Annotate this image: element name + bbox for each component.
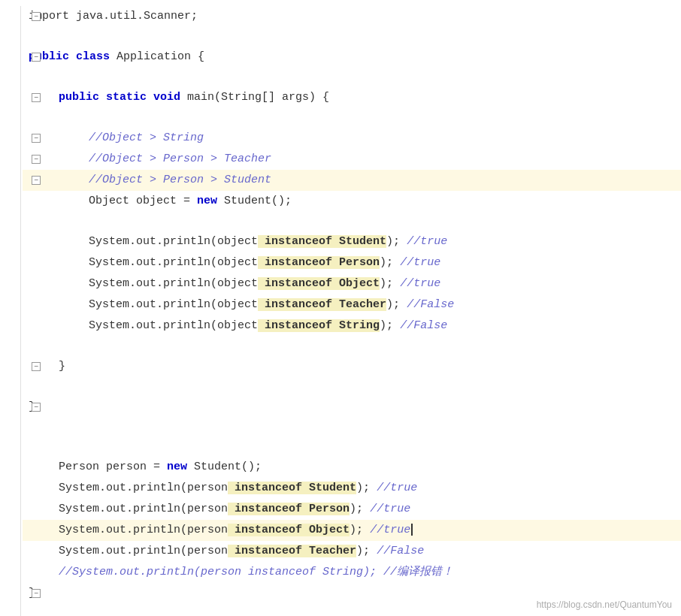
line-content: public static void main(String[] args) { [23, 88, 329, 107]
line-content: Person person = new Student(); [23, 457, 262, 477]
token-plain: .println( [126, 545, 187, 557]
highlight-var: person [187, 524, 228, 536]
code-line: −//Object > String [23, 128, 681, 149]
code-line [23, 377, 681, 397]
token-plain: .println( [126, 482, 187, 494]
line-content: System.out.println(person instanceof Per… [23, 500, 410, 519]
token-comment: //true [407, 235, 447, 248]
highlight-type: Student [339, 235, 386, 248]
gutter-icon [23, 191, 44, 212]
token-plain: out [106, 545, 126, 557]
token-plain: out [136, 298, 156, 311]
code-line [23, 212, 681, 231]
line-content: import java.util.Scanner; [23, 7, 198, 26]
token-plain: out [136, 319, 156, 332]
token-plain: } [59, 360, 65, 373]
gutter-icon: − [23, 128, 44, 149]
gutter-icon [23, 437, 44, 457]
line-content: System.out.println(object instanceof Stu… [23, 232, 447, 252]
gutter-icon: − [23, 6, 44, 27]
token-plain: ); [350, 524, 370, 536]
gutter-icon [23, 108, 44, 128]
code-line: −public class Application { [23, 47, 681, 68]
code-line: System.out.println(person instanceof Stu… [23, 478, 681, 499]
token-plain: ); [386, 235, 407, 248]
fold-minus-icon[interactable]: − [32, 176, 41, 185]
token-plain: ); [350, 503, 370, 515]
line-content: Object object = new Student(); [23, 192, 292, 211]
gutter-icon [23, 316, 44, 337]
token-plain: .println( [126, 503, 187, 515]
fold-minus-icon[interactable]: − [32, 403, 41, 412]
instanceof-keyword: instanceof [258, 298, 339, 311]
gutter-icon [23, 337, 44, 356]
highlight-type: Teacher [339, 298, 386, 311]
fold-minus-icon[interactable]: − [32, 53, 41, 62]
gutter-icon [23, 68, 44, 87]
code-line: System.out.println(person instanceof Per… [23, 499, 681, 520]
code-line [23, 437, 681, 457]
fold-minus-icon[interactable]: − [32, 589, 41, 598]
token-plain: ); [380, 277, 400, 290]
token-comment: //true [370, 503, 410, 515]
token-comment: //true [400, 256, 440, 269]
instanceof-keyword: instanceof [258, 277, 339, 290]
token-plain: out [136, 277, 156, 290]
token-plain: Student(); [187, 460, 262, 473]
instanceof-keyword: instanceof [228, 545, 309, 557]
line-content: System.out.println(person instanceof Stu… [23, 479, 417, 498]
line-content: //System.out.println(person instanceof S… [23, 563, 453, 582]
gutter-icon: − [23, 149, 44, 170]
code-line: System.out.println(object instanceof Str… [23, 316, 681, 337]
gutter-icon [23, 499, 44, 520]
code-line [23, 68, 681, 87]
code-line: Object object = new Student(); [23, 191, 681, 212]
token-plain: .println( [156, 298, 217, 311]
code-line: System.out.println(person instanceof Tea… [23, 541, 681, 562]
token-plain: Application { [110, 50, 204, 63]
token-plain: System. [59, 503, 106, 515]
token-plain: .println( [156, 256, 217, 269]
token-comment: //true [370, 524, 410, 536]
gutter-icon [23, 604, 44, 616]
gutter-icon: − [23, 356, 44, 377]
fold-minus-icon[interactable]: − [32, 134, 41, 143]
token-plain: .println( [126, 524, 187, 536]
gutter-icon [23, 377, 44, 397]
instanceof-keyword: instanceof [258, 256, 339, 269]
token-comment: //System.out.println(person instanceof S… [59, 566, 453, 578]
fold-minus-icon[interactable]: − [32, 93, 41, 102]
code-line: −} [23, 397, 681, 418]
line-content: System.out.println(object instanceof Per… [23, 253, 440, 273]
line-content: System.out.println(person instanceof Tea… [23, 542, 424, 561]
fold-minus-icon[interactable]: − [32, 362, 41, 371]
token-comment: //Object > Person > Student [89, 174, 271, 186]
token-plain: ); [356, 545, 377, 557]
highlight-var: person [187, 545, 228, 557]
fold-minus-icon[interactable]: − [32, 12, 41, 21]
code-line: System.out.println(object instanceof Per… [23, 252, 681, 273]
instanceof-keyword: instanceof [258, 319, 339, 332]
token-plain: out [136, 235, 156, 248]
fold-minus-icon[interactable]: − [32, 155, 41, 164]
code-area: −import java.util.Scanner;−public class … [0, 6, 681, 616]
token-plain: out [106, 503, 126, 515]
highlight-var: object [217, 256, 258, 269]
line-content: //Object > String [23, 128, 204, 148]
code-line: −} [23, 356, 681, 377]
instanceof-keyword: instanceof [258, 235, 339, 248]
code-line: −public static void main(String[] args) … [23, 87, 681, 108]
token-comment: //False [407, 298, 454, 311]
token-plain: System. [59, 545, 106, 557]
highlight-var: person [187, 482, 228, 494]
gutter-icon [23, 252, 44, 273]
code-line: Person person = new Student(); [23, 457, 681, 478]
code-line [23, 27, 681, 47]
instanceof-keyword: instanceof [228, 482, 309, 494]
highlight-var: object [217, 319, 258, 332]
line-content: public class Application { [23, 47, 204, 67]
token-plain: System. [89, 235, 136, 248]
token-comment: //False [400, 319, 447, 332]
highlight-var: person [187, 503, 228, 515]
highlight-type: Object [339, 277, 380, 290]
